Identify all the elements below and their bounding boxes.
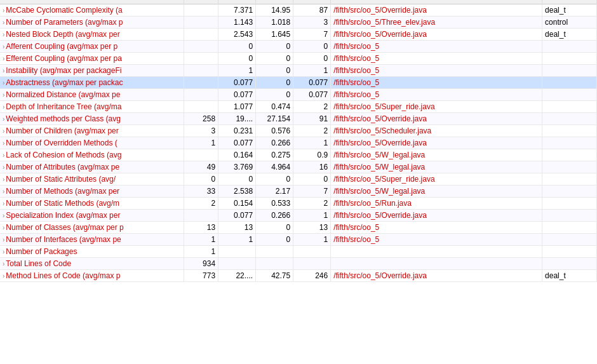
method-cell xyxy=(542,41,597,53)
expand-arrow-icon[interactable]: › xyxy=(3,43,4,50)
table-row[interactable]: ›Number of Parameters (avg/max p1.1431.0… xyxy=(0,17,597,29)
metric-name-cell: ›Number of Packages xyxy=(0,246,184,258)
expand-arrow-icon[interactable]: › xyxy=(3,200,4,207)
std-cell: 0 xyxy=(256,53,293,65)
expand-arrow-icon[interactable]: › xyxy=(3,55,4,62)
expand-arrow-icon[interactable]: › xyxy=(3,236,4,243)
total-cell xyxy=(184,53,218,65)
max-cell: 7 xyxy=(293,29,331,41)
total-cell: 13 xyxy=(184,222,218,234)
table-row[interactable]: ›Total Lines of Code934 xyxy=(0,258,597,270)
resource-cell: /fifth/src/oo_5/W_legal.java xyxy=(331,161,542,173)
total-cell xyxy=(184,77,218,89)
method-cell: deal_t xyxy=(542,4,597,17)
resource-cell xyxy=(331,246,542,258)
std-cell: 0.266 xyxy=(256,137,293,149)
table-row[interactable]: ›Number of Static Methods (avg/m20.1540.… xyxy=(0,198,597,210)
resource-cell: /fifth/src/oo_5/W_legal.java xyxy=(331,149,542,161)
total-cell xyxy=(184,101,218,113)
table-row[interactable]: ›Number of Attributes (avg/max pe493.769… xyxy=(0,161,597,173)
std-cell: 0 xyxy=(256,234,293,246)
expand-arrow-icon[interactable]: › xyxy=(3,7,4,14)
table-row[interactable]: ›Normalized Distance (avg/max pe0.07700.… xyxy=(0,89,597,101)
table-row[interactable]: ›Depth of Inheritance Tree (avg/ma1.0770… xyxy=(0,101,597,113)
total-cell: 1 xyxy=(184,234,218,246)
expand-arrow-icon[interactable]: › xyxy=(3,188,4,195)
mean-cell xyxy=(218,246,256,258)
total-cell: 1 xyxy=(184,246,218,258)
mean-cell: 0 xyxy=(218,173,256,185)
total-cell: 49 xyxy=(184,161,218,173)
metric-name-cell: ›Number of Children (avg/max per xyxy=(0,125,184,137)
expand-arrow-icon[interactable]: › xyxy=(3,91,4,98)
expand-arrow-icon[interactable]: › xyxy=(3,248,4,255)
method-cell xyxy=(542,65,597,77)
method-cell xyxy=(542,77,597,89)
expand-arrow-icon[interactable]: › xyxy=(3,19,4,26)
table-row[interactable]: ›Nested Block Depth (avg/max per2.5431.6… xyxy=(0,29,597,41)
table-row[interactable]: ›McCabe Cyclomatic Complexity (a7.37114.… xyxy=(0,4,597,17)
mean-cell: 7.371 xyxy=(218,4,256,17)
table-row[interactable]: ›Efferent Coupling (avg/max per pa000/fi… xyxy=(0,53,597,65)
expand-arrow-icon[interactable]: › xyxy=(3,176,4,183)
table-row[interactable]: ›Number of Classes (avg/max per p1313013… xyxy=(0,222,597,234)
table-row[interactable]: ›Number of Static Attributes (avg/0000/f… xyxy=(0,173,597,185)
expand-arrow-icon[interactable]: › xyxy=(3,104,4,111)
max-cell: 0 xyxy=(293,53,331,65)
total-cell: 773 xyxy=(184,270,218,282)
expand-arrow-icon[interactable]: › xyxy=(3,273,4,280)
resource-cell: /fifth/src/oo_5/Override.java xyxy=(331,29,542,41)
metric-label: Instability (avg/max per packageFi xyxy=(6,66,121,75)
max-cell: 13 xyxy=(293,222,331,234)
expand-arrow-icon[interactable]: › xyxy=(3,260,4,267)
table-row[interactable]: ›Number of Packages1 xyxy=(0,246,597,258)
method-cell xyxy=(542,149,597,161)
expand-arrow-icon[interactable]: › xyxy=(3,212,4,219)
max-cell: 1 xyxy=(293,65,331,77)
metric-name-cell: ›Number of Parameters (avg/max p xyxy=(0,17,184,29)
std-cell: 0.474 xyxy=(256,101,293,113)
expand-arrow-icon[interactable]: › xyxy=(3,164,4,171)
table-row[interactable]: ›Lack of Cohesion of Methods (avg0.1640.… xyxy=(0,149,597,161)
total-cell: 3 xyxy=(184,125,218,137)
max-cell: 2 xyxy=(293,125,331,137)
expand-arrow-icon[interactable]: › xyxy=(3,116,4,123)
resource-cell: /fifth/src/oo_5 xyxy=(331,77,542,89)
metric-label: Number of Attributes (avg/max pe xyxy=(6,163,119,172)
metric-label: Abstractness (avg/max per packac xyxy=(6,78,123,87)
table-row[interactable]: ›Number of Children (avg/max per30.2310.… xyxy=(0,125,597,137)
table-row[interactable]: ›Number of Overridden Methods (10.0770.2… xyxy=(0,137,597,149)
table-row[interactable]: ›Abstractness (avg/max per packac0.07700… xyxy=(0,77,597,89)
table-row[interactable]: ›Afferent Coupling (avg/max per p000/fif… xyxy=(0,41,597,53)
expand-arrow-icon[interactable]: › xyxy=(3,224,4,231)
resource-cell: /fifth/src/oo_5 xyxy=(331,222,542,234)
resource-cell: /fifth/src/oo_5/Override.java xyxy=(331,270,542,282)
table-row[interactable]: ›Method Lines of Code (avg/max p77322...… xyxy=(0,270,597,282)
mean-cell: 22.... xyxy=(218,270,256,282)
method-cell xyxy=(542,125,597,137)
std-cell: 0 xyxy=(256,173,293,185)
table-row[interactable]: ›Weighted methods per Class (avg25819...… xyxy=(0,113,597,125)
std-cell xyxy=(256,258,293,270)
expand-arrow-icon[interactable]: › xyxy=(3,140,4,147)
expand-arrow-icon[interactable]: › xyxy=(3,79,4,86)
metric-label: Number of Methods (avg/max per xyxy=(6,187,119,196)
max-cell: 0.077 xyxy=(293,89,331,101)
table-row[interactable]: ›Number of Methods (avg/max per332.5382.… xyxy=(0,185,597,198)
mean-cell xyxy=(218,258,256,270)
expand-arrow-icon[interactable]: › xyxy=(3,128,4,135)
max-cell xyxy=(293,258,331,270)
expand-arrow-icon[interactable]: › xyxy=(3,67,4,74)
std-cell: 2.17 xyxy=(256,185,293,198)
expand-arrow-icon[interactable]: › xyxy=(3,31,4,38)
metric-label: Number of Interfaces (avg/max pe xyxy=(6,235,121,244)
metric-name-cell: ›Number of Classes (avg/max per p xyxy=(0,222,184,234)
table-row[interactable]: ›Specialization Index (avg/max per0.0770… xyxy=(0,210,597,222)
expand-arrow-icon[interactable]: › xyxy=(3,152,4,159)
metric-label: Efferent Coupling (avg/max per pa xyxy=(6,54,122,63)
table-row[interactable]: ›Number of Interfaces (avg/max pe1101/fi… xyxy=(0,234,597,246)
method-cell xyxy=(542,89,597,101)
table-row[interactable]: ›Instability (avg/max per packageFi101/f… xyxy=(0,65,597,77)
total-cell xyxy=(184,41,218,53)
mean-cell: 19.... xyxy=(218,113,256,125)
